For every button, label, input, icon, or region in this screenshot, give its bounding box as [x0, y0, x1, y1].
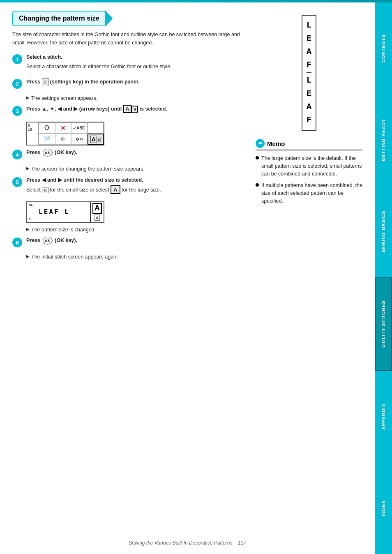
big-a-icon: A	[92, 203, 102, 214]
step-2: 2 Press ≡ (settings key) in the operatio…	[12, 78, 247, 89]
footer-text: Sewing the Various Built-In Decorative P…	[129, 540, 232, 546]
mockup-left-col: 6 16	[27, 122, 39, 145]
mockup-cell-2: ✕	[55, 122, 71, 134]
memo-item-1: The large pattern size is the default. I…	[256, 155, 362, 178]
step-6: 6 Press ok (OK key).	[12, 237, 247, 247]
step-5-heading: Press ◀ and ▶ until the desired size is …	[26, 176, 247, 184]
memo-text-2: If multiple patterns have been combined,…	[261, 182, 362, 205]
step-4-result: The screen for changing the pattern size…	[26, 165, 247, 173]
step-6-content: Press ok (OK key).	[26, 237, 247, 246]
mockup5-text: LEAF L	[36, 202, 90, 222]
step-3-number: 3	[12, 106, 22, 116]
step-5-result: The pattern size is changed.	[26, 226, 247, 234]
mockup-cell-7: ⚙⚙	[71, 134, 88, 145]
step-1-body: Select a character stitch in either the …	[26, 63, 247, 71]
step-5-screen-mockup: NE 6 LEAF L A a	[26, 201, 104, 223]
footer-page-number: 117	[238, 540, 246, 546]
step-2-result: The settings screen appears.	[26, 95, 247, 102]
ok-key-2: ok	[43, 237, 53, 245]
right-sidebar: CONTENTS GETTING READY SEWING BASICS UTI…	[375, 2, 392, 554]
left-column: Changing the pattern size The size of ch…	[12, 11, 247, 264]
step-2-result-text: The settings screen appears.	[31, 95, 97, 102]
step-1-number: 1	[12, 54, 22, 64]
step-5: 5 Press ◀ and ▶ until the desired size i…	[12, 176, 247, 196]
step-4-result-text: The screen for changing the pattern size…	[31, 165, 145, 173]
memo-icon: ✏	[256, 139, 265, 148]
step-3: 3 Press ▲, ▼, ◀ and ▶ (arrow keys) until…	[12, 105, 247, 116]
step-2-number: 2	[12, 79, 22, 89]
memo-text-1: The large pattern size is the default. I…	[261, 155, 362, 178]
step-4-content: Press ok (OK key).	[26, 149, 247, 158]
mockup-cell-5: 🪡	[39, 134, 55, 145]
step-2-content: Press ≡ (settings key) in the operation …	[26, 78, 247, 88]
step-2-heading: Press ≡ (settings key) in the operation …	[26, 78, 247, 87]
section-title: Changing the pattern size	[19, 15, 99, 22]
step-3-heading: Press ▲, ▼, ◀ and ▶ (arrow keys) until A…	[26, 105, 247, 113]
step-4: 4 Press ok (OK key).	[12, 149, 247, 159]
step-6-result: The initial stitch screen appears again.	[26, 253, 247, 261]
step-1: 1 Select a stitch. Select a character st…	[12, 53, 247, 72]
sidebar-item-utility-stitches[interactable]: UTILITY STITCHES	[375, 277, 392, 371]
step-5-body: Select a for the small size or select A …	[26, 186, 247, 194]
sidebar-item-getting-ready[interactable]: GETTING READY	[375, 94, 392, 186]
step-6-heading: Press ok (OK key).	[26, 237, 247, 245]
sidebar-item-appendix[interactable]: APPENDIX	[375, 371, 392, 462]
mockup-cell-8-selected: A a	[88, 134, 104, 145]
right-column: LEAF LEAF ✏ Memo The large pattern size …	[256, 11, 362, 264]
step-6-result-text: The initial stitch screen appears again.	[31, 253, 119, 261]
settings-key-icon: ≡	[42, 78, 49, 87]
intro-text: The size of character stitches in the Go…	[12, 30, 247, 47]
memo-section: ✏ Memo The large pattern size is the def…	[256, 139, 362, 205]
sidebar-item-contents[interactable]: CONTENTS	[375, 2, 392, 94]
small-a-icon: a	[95, 215, 99, 221]
section-title-box: Changing the pattern size	[12, 11, 106, 26]
step-3-content: Press ▲, ▼, ◀ and ▶ (arrow keys) until A…	[26, 105, 247, 115]
step-1-content: Select a stitch. Select a character stit…	[26, 53, 247, 72]
footer: Sewing the Various Built-In Decorative P…	[0, 540, 375, 546]
memo-label: Memo	[267, 140, 285, 147]
mockup-cell-3: ✓ABC	[71, 122, 88, 134]
step-5-content: Press ◀ and ▶ until the desired size is …	[26, 176, 247, 196]
memo-item-2: If multiple patterns have been combined,…	[256, 182, 362, 205]
memo-title: ✏ Memo	[256, 139, 362, 150]
mockup-cell-1: Ω	[39, 122, 55, 134]
step-4-number: 4	[12, 150, 22, 159]
mockup-cell-6: ⚙	[55, 134, 71, 145]
main-content: Changing the pattern size The size of ch…	[0, 2, 375, 281]
ok-key-1: ok	[43, 149, 53, 157]
mockup5-right: A a	[90, 202, 104, 222]
memo-bullet-2	[256, 183, 259, 187]
step-6-number: 6	[12, 238, 22, 247]
memo-bullet-1	[256, 156, 259, 159]
mockup-cells: Ω ✕ ✓ABC 🪡 ⚙ ⚙⚙ A a	[39, 122, 104, 145]
sidebar-item-sewing-basics[interactable]: SEWING BASICS	[375, 186, 392, 277]
mockup-cell-4-empty	[88, 122, 104, 134]
step-5-result-text: The pattern size is changed.	[31, 226, 96, 234]
sidebar-item-index[interactable]: INDEX	[375, 462, 392, 554]
step-5-number: 5	[12, 177, 22, 187]
step-4-heading: Press ok (OK key).	[26, 149, 247, 157]
leaf-display: LEAF LEAF	[302, 15, 316, 131]
mockup5-left-label: NE 6	[27, 202, 36, 222]
step-1-heading: Select a stitch.	[26, 54, 62, 60]
step-3-screen-mockup: 6 16 Ω ✕ ✓ABC 🪡 ⚙ ⚙⚙ A a	[26, 122, 104, 145]
